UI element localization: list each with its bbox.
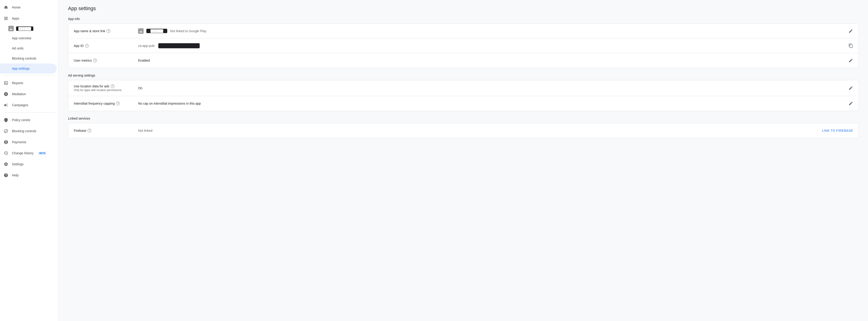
sidebar-payments-label: Payments xyxy=(12,140,26,144)
subnav-app-settings-label: App settings xyxy=(12,67,30,70)
main-content: App settings App info App name & store l… xyxy=(59,0,868,321)
firebase-value: Not linked xyxy=(138,129,822,133)
app-name-edit-button[interactable] xyxy=(848,29,853,33)
sidebar-item-settings[interactable]: Settings xyxy=(0,159,57,170)
apps-icon xyxy=(4,16,8,21)
user-metrics-edit-button[interactable] xyxy=(848,58,853,63)
sidebar-item-help[interactable]: Help xyxy=(0,170,57,181)
sidebar-policy-label: Policy centre xyxy=(12,118,30,122)
app-id-copy-button[interactable] xyxy=(848,43,853,48)
campaigns-icon xyxy=(4,103,8,107)
sidebar-change-history-label: Change history xyxy=(12,151,34,155)
subnav-app-overview[interactable]: App overview xyxy=(0,33,57,43)
sidebar-blocking-label: Blocking controls xyxy=(12,129,36,133)
sidebar-apps-label: Apps xyxy=(12,17,19,20)
sidebar-item-blocking-controls[interactable]: Blocking controls xyxy=(0,125,57,137)
location-data-row: Use location data for ads ? Only for app… xyxy=(68,80,859,96)
app-name-pill: ██████ xyxy=(16,26,33,31)
sidebar-home-label: Home xyxy=(12,5,21,9)
help-icon xyxy=(4,173,8,177)
settings-icon xyxy=(4,162,8,167)
reports-icon xyxy=(4,81,8,85)
sidebar-settings-label: Settings xyxy=(12,162,24,166)
app-name-help-icon[interactable]: ? xyxy=(106,29,110,33)
linked-services-card: Firebase ? Not linked LINK TO FIREBASE xyxy=(68,123,859,138)
subnav-app-overview-label: App overview xyxy=(12,36,31,40)
policy-icon xyxy=(4,118,8,122)
sidebar-divider-2 xyxy=(4,112,55,113)
location-help-icon[interactable]: ? xyxy=(111,84,115,88)
location-sublabel: Only for apps with location permissions xyxy=(74,89,138,92)
location-edit-button[interactable] xyxy=(848,86,853,90)
page-title: App settings xyxy=(68,5,859,11)
user-metrics-value: Enabled xyxy=(138,59,848,62)
sidebar-item-change-history[interactable]: Change history BETA xyxy=(0,148,57,159)
sidebar-item-policy-centre[interactable]: Policy centre xyxy=(0,115,57,125)
block-icon xyxy=(4,129,8,134)
app-info-section-title: App info xyxy=(68,17,859,21)
app-id-help-icon[interactable]: ? xyxy=(85,44,89,48)
mediation-icon xyxy=(4,92,8,96)
app-name-pill-main: ██████ xyxy=(146,29,167,33)
interstitial-label: Interstitial frequency capping ? xyxy=(74,101,138,105)
sidebar-campaigns-label: Campaigns xyxy=(12,103,28,107)
link-to-firebase-button[interactable]: LINK TO FIREBASE xyxy=(822,129,853,133)
sidebar-mediation-label: Mediation xyxy=(12,92,26,96)
history-icon xyxy=(4,151,8,155)
subnav-ad-units[interactable]: Ad units xyxy=(0,43,57,53)
linked-services-section-title: Linked services xyxy=(68,117,859,120)
interstitial-help-icon[interactable]: ? xyxy=(116,101,120,105)
user-metrics-label: User metrics ? xyxy=(74,59,138,62)
app-name-row: App name & store link ? ██████ Not linke… xyxy=(68,24,859,38)
subnav-blocking-controls-label: Blocking controls xyxy=(12,57,36,60)
location-label: Use location data for ads ? Only for app… xyxy=(74,84,138,92)
location-value: On xyxy=(138,86,848,90)
firebase-label: Firebase ? xyxy=(74,129,138,133)
app-name-label: App name & store link ? xyxy=(74,29,138,33)
sidebar-item-campaigns[interactable]: Campaigns xyxy=(0,99,57,111)
app-id-label: App ID ? xyxy=(74,44,138,48)
sidebar-item-home[interactable]: Home xyxy=(0,2,57,13)
app-id-value: ca-app-pub- xyxy=(138,43,848,48)
sidebar-app-item[interactable]: ██████ xyxy=(0,24,57,33)
subnav-app-settings[interactable]: App settings xyxy=(0,63,57,74)
interstitial-value: No cap on interstitial impressions in th… xyxy=(138,101,848,105)
sidebar: Home Apps ██████ App overview Ad units B… xyxy=(0,0,59,321)
sidebar-help-label: Help xyxy=(12,173,19,177)
subnav-ad-units-label: Ad units xyxy=(12,47,24,50)
app-id-prefix: ca-app-pub- xyxy=(138,44,156,48)
sidebar-reports-label: Reports xyxy=(12,81,23,85)
subnav-blocking-controls[interactable]: Blocking controls xyxy=(0,53,57,63)
user-metrics-row: User metrics ? Enabled xyxy=(68,53,859,68)
sidebar-item-payments[interactable]: Payments xyxy=(0,137,57,148)
app-id-row: App ID ? ca-app-pub- xyxy=(68,38,859,53)
app-info-card: App name & store link ? ██████ Not linke… xyxy=(68,24,859,68)
ad-serving-card: Use location data for ads ? Only for app… xyxy=(68,80,859,111)
app-id-redacted xyxy=(158,43,200,48)
firebase-help-icon[interactable]: ? xyxy=(88,129,91,133)
sidebar-item-mediation[interactable]: Mediation xyxy=(0,89,57,99)
interstitial-edit-button[interactable] xyxy=(848,101,853,106)
payments-icon xyxy=(4,140,8,144)
app-platform-icon xyxy=(8,26,14,31)
ad-serving-section-title: Ad serving settings xyxy=(68,74,859,77)
beta-badge: BETA xyxy=(38,152,46,155)
android-icon-small xyxy=(138,28,144,34)
app-name-value: ██████ Not linked to Google Play xyxy=(138,28,848,34)
firebase-row: Firebase ? Not linked LINK TO FIREBASE xyxy=(68,123,859,138)
app-store-link-status: Not linked to Google Play xyxy=(170,29,206,33)
sidebar-item-apps[interactable]: Apps xyxy=(0,13,57,24)
interstitial-row: Interstitial frequency capping ? No cap … xyxy=(68,96,859,111)
sidebar-item-reports[interactable]: Reports xyxy=(0,78,57,89)
home-icon xyxy=(4,5,8,10)
user-metrics-help-icon[interactable]: ? xyxy=(93,59,97,62)
